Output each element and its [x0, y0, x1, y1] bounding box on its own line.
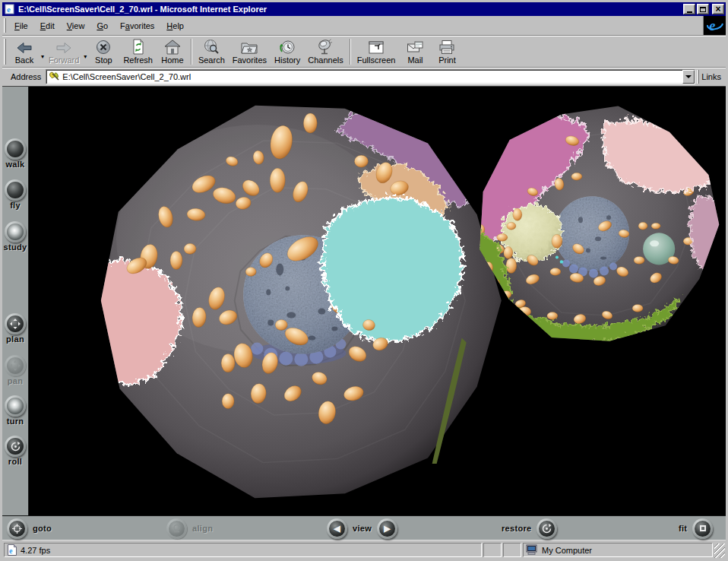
view-next-button[interactable]: ▶ — [377, 518, 397, 539]
address-dropdown-button[interactable] — [682, 70, 695, 84]
turn-mode-button[interactable]: turn — [2, 395, 28, 426]
standard-toolbar: Back ▾ Forward ▾ Stop Refresh Home — [2, 35, 726, 67]
address-value: E:\Cell\ScreenSaver\Cell_2_70.wrl — [62, 72, 682, 81]
address-label: Address — [8, 72, 46, 81]
align-knob-icon — [169, 521, 185, 537]
mail-icon — [407, 38, 423, 55]
svg-text:e: e — [9, 547, 13, 555]
menu-edit[interactable]: Edit — [34, 16, 61, 35]
address-input[interactable]: E:\Cell\ScreenSaver\Cell_2_70.wrl — [46, 69, 695, 84]
links-gripper[interactable] — [697, 70, 699, 84]
status-progress-pane — [483, 543, 502, 557]
my-computer-icon — [526, 544, 539, 556]
window-title: E:\Cell\ScreenSaver\Cell_2_70.wrl - Micr… — [18, 5, 682, 14]
view-label: view — [353, 524, 372, 534]
pan-mode-button[interactable]: pan — [2, 355, 28, 386]
refresh-icon — [131, 38, 145, 55]
restore-button[interactable] — [537, 518, 557, 539]
toolbar-separator — [191, 39, 192, 65]
study-mode-button[interactable]: study — [2, 221, 28, 252]
stop-icon — [96, 38, 111, 55]
study-knob-icon — [7, 223, 24, 240]
home-button[interactable]: Home — [157, 37, 188, 66]
ie-throbber-logo: e — [703, 16, 726, 35]
view-prev-button[interactable]: ◀ — [327, 518, 347, 539]
plan-mode-button[interactable]: plan — [2, 313, 28, 344]
close-icon: × — [715, 5, 720, 14]
menu-gripper[interactable] — [4, 18, 6, 33]
toolbar-gripper[interactable] — [4, 39, 6, 65]
resize-grip[interactable] — [714, 544, 725, 558]
right-cell — [470, 106, 722, 341]
roll-mode-button[interactable]: roll — [2, 436, 28, 467]
forward-icon — [55, 38, 73, 55]
restore-knob-icon — [539, 521, 555, 537]
favorites-button[interactable]: Favorites — [229, 37, 271, 66]
arrow-right-icon: ▶ — [379, 521, 395, 537]
status-main-pane: e 4.27 fps — [4, 543, 482, 557]
mail-button[interactable]: Mail — [399, 37, 431, 66]
mauve-er-patch — [686, 192, 721, 265]
history-icon — [279, 38, 296, 55]
align-label: align — [192, 524, 213, 534]
chevron-down-icon: ▾ — [84, 53, 87, 60]
links-label[interactable]: Links — [701, 72, 721, 81]
walk-knob-icon — [7, 141, 24, 157]
status-zone-pane: My Computer — [523, 543, 713, 557]
print-button[interactable]: Print — [431, 37, 463, 66]
vrml-viewport[interactable] — [29, 87, 726, 515]
goto-label: goto — [33, 524, 52, 534]
title-bar[interactable]: e E:\Cell\ScreenSaver\Cell_2_70.wrl - Mi… — [2, 2, 726, 16]
walk-mode-button[interactable]: walk — [2, 138, 28, 170]
ie-page-icon: e — [7, 544, 17, 556]
history-button[interactable]: History — [271, 37, 304, 66]
menu-bar: File Edit View Go Favorites Help e — [2, 16, 726, 35]
cell-3d-scene — [29, 87, 726, 515]
arrow-left-icon: ◀ — [329, 521, 345, 537]
ie-window-icon: e — [4, 4, 16, 14]
maximize-button[interactable] — [697, 4, 709, 14]
fullscreen-button[interactable]: Fullscreen — [353, 37, 400, 66]
fps-status: 4.27 fps — [21, 546, 50, 555]
forward-button[interactable]: Forward — [45, 37, 83, 66]
search-icon — [203, 38, 220, 55]
vrml-bottom-dashboard: goto align ◀ view ▶ restore fit — [2, 515, 726, 540]
chevron-down-icon — [685, 75, 692, 78]
fly-mode-button[interactable]: fly — [2, 179, 28, 211]
restore-label: restore — [502, 524, 531, 534]
menu-go[interactable]: Go — [90, 16, 114, 35]
menu-favorites[interactable]: Favorites — [114, 16, 160, 35]
menu-view[interactable]: View — [61, 16, 91, 35]
minimize-icon — [687, 11, 692, 13]
turn-knob-icon — [7, 398, 24, 414]
search-button[interactable]: Search — [195, 37, 229, 66]
align-button[interactable] — [166, 518, 187, 539]
fit-knob-icon — [695, 521, 711, 537]
back-button[interactable]: Back — [8, 37, 40, 66]
print-icon — [438, 38, 455, 55]
channels-button[interactable]: Channels — [304, 37, 347, 66]
status-bar: e 4.27 fps My Computer — [2, 540, 726, 559]
refresh-button[interactable]: Refresh — [119, 37, 157, 66]
maximize-icon — [700, 7, 706, 12]
home-icon — [164, 38, 181, 55]
fly-knob-icon — [7, 182, 24, 198]
channels-icon — [317, 38, 334, 55]
menu-help[interactable]: Help — [160, 16, 190, 35]
browser-window: e E:\Cell\ScreenSaver\Cell_2_70.wrl - Mi… — [0, 0, 728, 561]
goto-button[interactable] — [7, 518, 27, 539]
security-zone: My Computer — [542, 546, 592, 555]
minimize-button[interactable] — [683, 4, 695, 14]
back-icon — [15, 38, 33, 55]
ie-logo-icon: e — [706, 17, 724, 34]
fit-button[interactable] — [692, 518, 713, 539]
svg-text:e: e — [709, 17, 716, 33]
pan-knob-icon — [7, 357, 24, 374]
vrml-file-icon — [49, 71, 62, 83]
favorites-icon — [241, 38, 258, 55]
fit-label: fit — [679, 524, 687, 534]
menu-file[interactable]: File — [8, 16, 34, 35]
stop-button[interactable]: Stop — [87, 37, 119, 66]
close-button[interactable]: × — [712, 4, 724, 14]
plan-knob-icon — [7, 315, 24, 332]
